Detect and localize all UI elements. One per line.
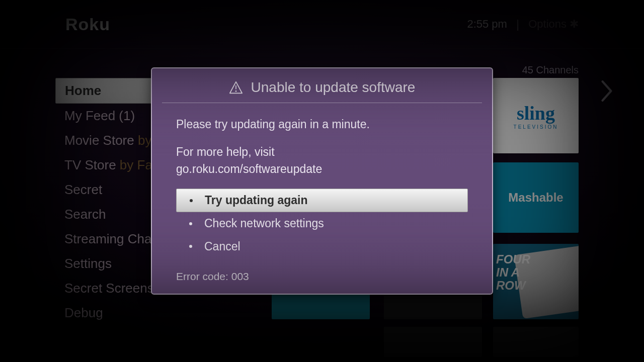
dialog-text-line: go.roku.com/softwareupdate	[176, 162, 322, 175]
option-label: Cancel	[204, 238, 240, 255]
svg-point-1	[235, 90, 236, 92]
option-cancel[interactable]: Cancel	[176, 235, 468, 258]
error-code: Error code: 003	[176, 269, 468, 284]
bullet-icon	[189, 222, 192, 225]
dialog-title: Unable to update software	[251, 79, 416, 96]
dialog-header: Unable to update software	[176, 68, 468, 103]
screen: Roku 2:55 pm | Options ✱ 45 Channels Hom…	[0, 0, 644, 362]
dialog-text-line: For more help, visit	[176, 145, 275, 158]
dialog-text: Please try updating again in a minute.	[176, 116, 468, 133]
option-label: Check network settings	[204, 215, 324, 232]
warning-icon	[229, 81, 243, 94]
option-try-again[interactable]: Try updating again	[176, 189, 468, 212]
dialog-options: Try updating again Check network setting…	[176, 189, 468, 258]
bullet-icon	[189, 245, 192, 248]
dialog-text: For more help, visit go.roku.com/softwar…	[176, 144, 468, 177]
dialog-body: Please try updating again in a minute. F…	[176, 103, 468, 285]
option-check-network[interactable]: Check network settings	[176, 212, 468, 235]
bullet-icon	[190, 199, 193, 202]
option-label: Try updating again	[205, 192, 307, 209]
error-dialog: Unable to update software Please try upd…	[151, 67, 493, 295]
